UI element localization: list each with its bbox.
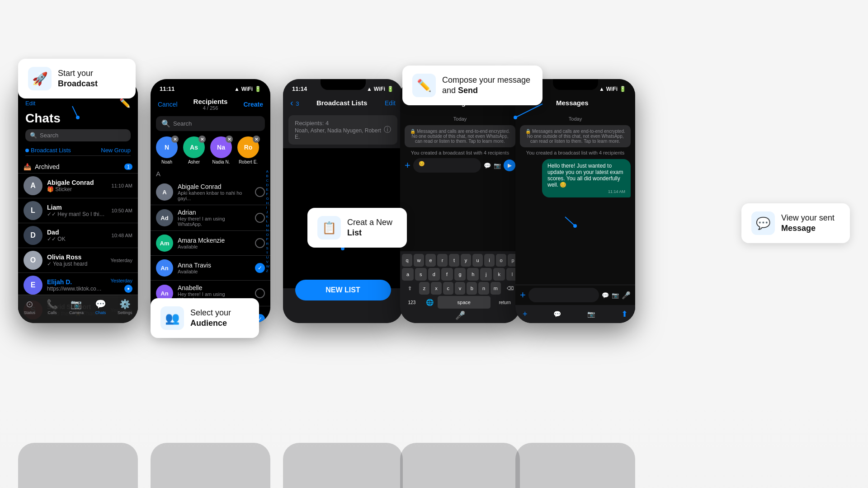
messages-body-4: Today 🔒 Messages and calls are end-to-en… — [400, 110, 520, 218]
key-w[interactable]: w — [414, 254, 424, 267]
key-globe[interactable]: 🌐 — [423, 296, 436, 309]
tab-status[interactable]: ⊙ Status — [24, 299, 35, 315]
new-group-btn[interactable]: New Group — [101, 147, 131, 154]
chats-search-bar[interactable]: 🔍 Search — [25, 129, 131, 141]
sticker-action-5[interactable]: 💬 — [553, 310, 561, 318]
tab-settings[interactable]: ⚙️ Settings — [118, 299, 132, 315]
chats-compose-btn[interactable]: ✏️ — [119, 98, 131, 108]
avatar-contact-amara: Am — [156, 235, 173, 252]
key-s[interactable]: s — [415, 268, 427, 281]
key-v[interactable]: v — [455, 282, 465, 295]
remove-nadia[interactable]: ✕ — [226, 136, 233, 143]
key-z[interactable]: z — [419, 282, 429, 295]
tab-camera[interactable]: 📷 Camera — [69, 299, 84, 315]
mic-action-5[interactable]: ⬆ — [621, 309, 628, 319]
key-u[interactable]: u — [472, 254, 483, 267]
add-icon-4[interactable]: + — [405, 160, 410, 171]
key-x[interactable]: x — [431, 282, 441, 295]
key-a[interactable]: a — [402, 268, 414, 281]
reflection-area — [0, 398, 868, 488]
key-o[interactable]: o — [496, 254, 506, 267]
chat-row-olivia[interactable]: O Olivia Ross ✓ Yea just heard Yesterday — [18, 248, 138, 273]
remove-robert[interactable]: ✕ — [253, 136, 260, 143]
key-y[interactable]: y — [461, 254, 471, 267]
key-123[interactable]: 123 — [402, 296, 422, 309]
key-r[interactable]: r — [437, 254, 448, 267]
info-icon[interactable]: ⓘ — [384, 125, 391, 135]
check-anabelle[interactable] — [255, 288, 265, 298]
key-e[interactable]: e — [425, 254, 436, 267]
key-n[interactable]: n — [478, 282, 489, 295]
tab-chats[interactable]: 💬 Chats — [95, 299, 106, 315]
add-icon-5[interactable]: + — [520, 289, 526, 301]
key-space[interactable]: space — [438, 296, 491, 309]
status-tab-icon: ⊙ — [26, 299, 33, 310]
chat-row-abigale[interactable]: A Abigale Conrad 🎁 Sticker 11:10 AM — [18, 174, 138, 198]
key-f[interactable]: f — [441, 268, 453, 281]
camera-action-5[interactable]: 📷 — [587, 310, 595, 318]
chat-row-elijah[interactable]: E Elijah D. https://www.tiktok.com/@bats… — [18, 273, 138, 298]
mic-icon-4[interactable]: 🎤 — [455, 310, 465, 320]
unread-badge-elijah: ● — [124, 285, 132, 293]
chat-row-dad[interactable]: D Dad ✓✓ OK 10:48 AM — [18, 223, 138, 248]
back-btn-3[interactable]: ‹ 3 — [290, 98, 299, 108]
message-input-4[interactable]: 😊 — [413, 158, 481, 173]
sticker-icon-5[interactable]: 💬 — [602, 292, 609, 299]
contact-anna[interactable]: An Anna Travis Available ✓ — [151, 256, 270, 281]
contact-amara[interactable]: Am Amara Mckenzie Available — [151, 231, 270, 256]
camera-tab-label: Camera — [69, 310, 84, 315]
check-abigale[interactable] — [255, 187, 265, 197]
message-input-5[interactable] — [528, 288, 599, 302]
tab-calls[interactable]: 📞 Calls — [47, 299, 58, 315]
check-anna[interactable]: ✓ — [255, 263, 265, 273]
broadcast-edit-btn[interactable]: Edit — [385, 99, 396, 107]
keyboard-4: q w e r t y u i o p a s d — [400, 251, 520, 323]
callout-audience: 👥 Select your Audience — [151, 298, 259, 338]
key-return[interactable]: return — [492, 296, 518, 309]
bottom-safe-area-5: + 💬 📷 ⬆ — [515, 305, 635, 323]
remove-noah[interactable]: ✕ — [171, 136, 179, 143]
key-m[interactable]: m — [491, 282, 501, 295]
sticker-icon-4[interactable]: 💬 — [484, 162, 491, 169]
contact-adrian[interactable]: Ad Adrian Hey there! I am using WhatsApp… — [151, 205, 270, 231]
date-label-4: Today — [405, 116, 515, 122]
mic-icon-5[interactable]: 🎤 — [622, 291, 631, 300]
key-h[interactable]: h — [467, 268, 479, 281]
broadcast-lists-label[interactable]: Broadcast Lists — [25, 147, 71, 154]
chat-row-liam[interactable]: L Liam ✓✓ Hey man! So I think both are g… — [18, 198, 138, 223]
check-adrian[interactable] — [255, 213, 265, 223]
key-k[interactable]: k — [493, 268, 505, 281]
key-i[interactable]: i — [484, 254, 495, 267]
reflection-phone-1 — [18, 443, 138, 488]
key-shift[interactable]: ⇧ — [402, 282, 418, 295]
gif-icon-5[interactable]: 📷 — [612, 292, 619, 299]
cancel-btn[interactable]: Cancel — [158, 101, 178, 108]
tab-bar-1: ⊙ Status 📞 Calls 📷 Camera 💬 Chats ⚙️ — [18, 295, 138, 323]
key-d[interactable]: d — [428, 268, 440, 281]
broadcast-recipients-row: Recipients: 4 Noah, Asher, Nadia Nyugen,… — [288, 115, 397, 145]
key-g[interactable]: g — [454, 268, 466, 281]
contact-abigale[interactable]: A Abigale Conrad Apki kaheen knbar to na… — [151, 179, 270, 205]
chats-title: Chats — [25, 111, 131, 126]
key-q[interactable]: q — [402, 254, 412, 267]
gif-icon-4[interactable]: 📷 — [494, 162, 501, 169]
remove-asher[interactable]: ✕ — [198, 136, 206, 143]
check-amara[interactable] — [255, 238, 265, 248]
chats-edit-btn[interactable]: Edit — [25, 100, 35, 107]
compose-icon: ✏️ — [412, 74, 436, 97]
recipients-search-bar[interactable]: 🔍 Search — [156, 116, 265, 131]
key-j[interactable]: j — [480, 268, 492, 281]
key-b[interactable]: b — [467, 282, 477, 295]
key-c[interactable]: c — [443, 282, 453, 295]
plus-icon-5[interactable]: + — [523, 310, 528, 319]
contact-section-a: A — [151, 168, 270, 179]
rocket-icon: 🚀 — [28, 67, 52, 90]
archived-row[interactable]: 📥 Archived 1 — [18, 160, 138, 174]
send-btn-4[interactable]: ▶ — [504, 160, 515, 171]
broadcast-header: ‹ 3 Broadcast Lists Edit — [283, 94, 403, 112]
create-btn[interactable]: Create — [243, 101, 263, 108]
new-list-button[interactable]: NEW LIST — [295, 280, 391, 300]
key-t[interactable]: t — [449, 254, 459, 267]
list-icon: 📋 — [317, 216, 341, 239]
archived-label: Archived — [35, 163, 59, 170]
